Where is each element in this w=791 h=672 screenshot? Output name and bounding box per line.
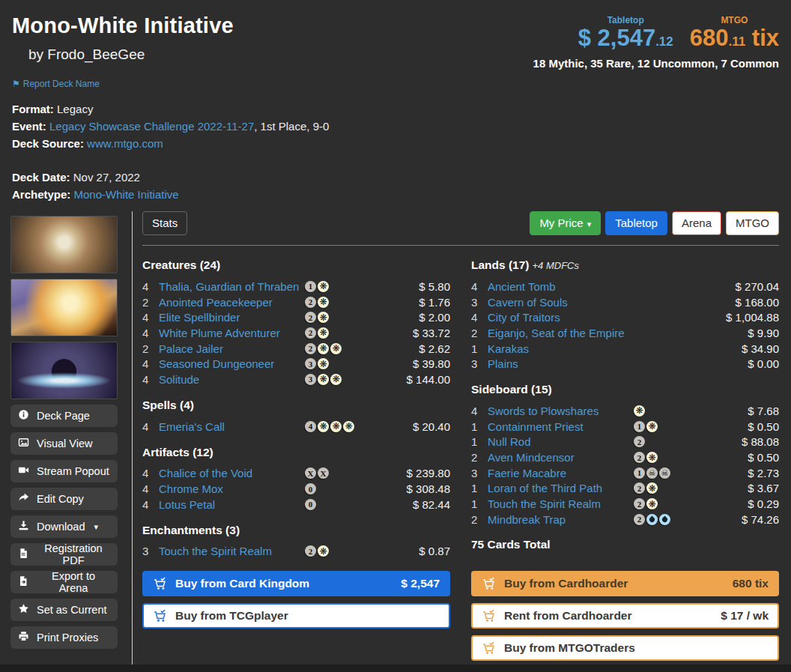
buy-from-mtgotraders-button[interactable]: Buy from MTGOTraders	[471, 635, 779, 661]
generic-mana-icon: 2	[305, 312, 316, 323]
deck-card-row: 3Touch the Spirit Realm2❋$ 0.87	[142, 544, 450, 560]
card-name-link[interactable]: City of Traitors	[488, 311, 634, 324]
card-name-link[interactable]: Loran of the Third Path	[488, 482, 634, 494]
section-header-suffix: +4 MDFCs	[533, 260, 579, 271]
file-export-icon	[18, 575, 29, 589]
sidebar-button-label: Export to Arena	[37, 570, 110, 594]
card-quantity: 4	[471, 311, 488, 324]
generic-mana-icon: 3	[305, 358, 316, 369]
sidebar-button-set-as-current[interactable]: Set as Current	[10, 599, 118, 621]
card-name-link[interactable]: Cavern of Souls	[488, 296, 634, 309]
deck-card-row: 4Solitude3❋❋$ 144.00	[142, 372, 450, 387]
sidebar-button-print-proxies[interactable]: Print Proxies	[10, 626, 118, 649]
section-header: Creatures (24)	[142, 258, 450, 272]
mana-cost: 3❋❋	[305, 374, 386, 385]
cart-icon	[482, 577, 496, 591]
sidebar-button-visual-view[interactable]: Visual View	[10, 432, 118, 455]
card-name-link[interactable]: Mindbreak Trap	[488, 513, 634, 526]
card-name-link[interactable]: Palace Jailer	[159, 342, 305, 355]
sidebar-button-download[interactable]: Download▾	[10, 515, 118, 538]
sidebar-button-stream-popout[interactable]: Stream Popout	[10, 460, 118, 482]
card-art-thumbnail-3[interactable]	[10, 342, 118, 399]
card-name-link[interactable]: Touch the Spirit Realm	[159, 545, 305, 557]
card-quantity: 4	[142, 311, 159, 324]
generic-mana-icon: 3	[305, 374, 316, 385]
deck-price-summary: Tabletop $ 2,547.12 MTGO 680.11 tix 18 M…	[533, 15, 779, 70]
card-price: $ 0.00	[715, 357, 779, 370]
event-link[interactable]: Legacy Showcase Challenge 2022-11-27	[49, 120, 254, 133]
card-name-link[interactable]: Anointed Peacekeeper	[159, 296, 305, 309]
rent-from-cardhoarder-button[interactable]: Rent from Cardhoarder$ 17 / wk	[471, 603, 779, 629]
white-mana-icon: ❋	[318, 421, 329, 432]
mana-cost: 2❋	[305, 545, 386, 557]
card-art-thumbnail-2[interactable]	[10, 279, 118, 336]
card-price: $ 82.44	[386, 498, 450, 511]
card-name-link[interactable]: Emeria's Call	[159, 420, 305, 433]
card-name-link[interactable]: Karakas	[488, 342, 634, 355]
mana-cost: 2❋❋	[305, 343, 386, 354]
mana-cost: 2❋	[634, 498, 715, 509]
card-quantity: 3	[142, 545, 159, 557]
card-name-link[interactable]: Lotus Petal	[159, 498, 305, 511]
mtgo-price-label: MTGO	[690, 15, 779, 25]
card-quantity: 4	[471, 405, 488, 417]
sidebar-buttons: Deck PageVisual ViewStream PopoutEdit Co…	[10, 405, 132, 649]
card-name-link[interactable]: Eiganjo, Seat of the Empire	[488, 327, 634, 339]
card-name-link[interactable]: Solitude	[159, 373, 305, 386]
card-price: $ 239.80	[386, 467, 450, 479]
mana-cost: 1☠☠	[634, 467, 715, 479]
deck-source-link[interactable]: www.mtgo.com	[87, 137, 163, 150]
sidebar-button-edit-copy[interactable]: Edit Copy	[10, 488, 118, 510]
sidebar-button-deck-page[interactable]: Deck Page	[10, 405, 118, 427]
card-name-link[interactable]: Null Rod	[488, 435, 634, 448]
mtgo-toggle-button[interactable]: MTGO	[726, 211, 779, 235]
deck-card-row: 1Loran of the Third Path2❋$ 3.67	[471, 481, 779, 497]
card-name-link[interactable]: Ancient Tomb	[488, 280, 634, 293]
arena-toggle-button[interactable]: Arena	[672, 211, 721, 235]
card-art-thumbnail-1[interactable]	[10, 216, 118, 273]
sidebar-button-registration-pdf[interactable]: Registration PDF	[10, 543, 118, 566]
white-mana-icon: ❋	[318, 297, 329, 308]
sidebar-button-export-to-arena[interactable]: Export to Arena	[10, 571, 118, 593]
tabletop-toggle-button[interactable]: Tabletop	[605, 211, 667, 235]
card-name-link[interactable]: Seasoned Dungeoneer	[159, 357, 305, 370]
buy-from-cardhoarder-button[interactable]: Buy from Cardhoarder680 tix	[471, 571, 779, 596]
card-name-link[interactable]: Chalice of the Void	[159, 467, 305, 479]
archetype-link[interactable]: Mono-White Initiative	[74, 188, 179, 201]
card-name-link[interactable]: White Plume Adventurer	[159, 327, 305, 339]
card-name-link[interactable]: Elite Spellbinder	[159, 311, 305, 324]
card-name-link[interactable]: Containment Priest	[488, 420, 634, 433]
report-deck-name-label: Report Deck Name	[23, 79, 100, 89]
report-deck-name-link[interactable]: ⚑ Report Deck Name	[12, 79, 100, 89]
buy-from-card-kingdom-button[interactable]: Buy from Card Kingdom$ 2,547	[142, 571, 450, 596]
card-name-link[interactable]: Swords to Plowshares	[488, 405, 634, 417]
deck-card-row: 4White Plume Adventurer2❋$ 33.72	[142, 325, 450, 341]
mana-cost: 1❋	[305, 281, 386, 292]
card-price: $ 270.04	[715, 280, 779, 293]
header: Mono-White Initiative by Frodo_BeeGee ⚑ …	[0, 0, 791, 89]
card-name-link[interactable]: Thalia, Guardian of Thraben	[159, 280, 305, 293]
my-price-dropdown[interactable]: My Price▾	[530, 211, 601, 235]
card-quantity: 4	[471, 280, 488, 293]
info-format: Format: Legacy	[12, 100, 779, 118]
card-name-link[interactable]: Aven Mindcensor	[488, 451, 634, 464]
deck-card-row: 3Cavern of Souls$ 168.00	[471, 294, 779, 310]
buy-from-tcgplayer-button[interactable]: Buy from TCGplayer	[142, 603, 450, 629]
deck-card-row: 4Emeria's Call4❋❋❋$ 20.40	[142, 419, 450, 435]
chevron-down-icon: ▾	[587, 220, 592, 228]
card-price: $ 3.67	[715, 482, 779, 494]
card-name-link[interactable]: Plains	[488, 357, 634, 370]
card-price: $ 308.48	[386, 482, 450, 495]
deck-card-row: 2Mindbreak Trap2$ 74.26	[471, 512, 779, 527]
card-name-link[interactable]: Faerie Macabre	[488, 467, 634, 479]
card-name-link[interactable]: Touch the Spirit Realm	[488, 497, 634, 510]
deck-card-row: 1Containment Priest1❋$ 0.50	[471, 419, 779, 435]
card-name-link[interactable]: Chrome Mox	[159, 482, 305, 495]
card-quantity: 2	[471, 451, 488, 464]
download-icon	[18, 520, 29, 533]
card-price: $ 2.00	[386, 311, 450, 324]
stats-button[interactable]: Stats	[142, 211, 187, 235]
deck-card-row: 1Karakas$ 34.90	[471, 341, 779, 357]
card-price: $ 1,004.88	[715, 311, 779, 324]
deck-card-row: 2Anointed Peacekeeper2❋$ 1.76	[142, 294, 450, 310]
